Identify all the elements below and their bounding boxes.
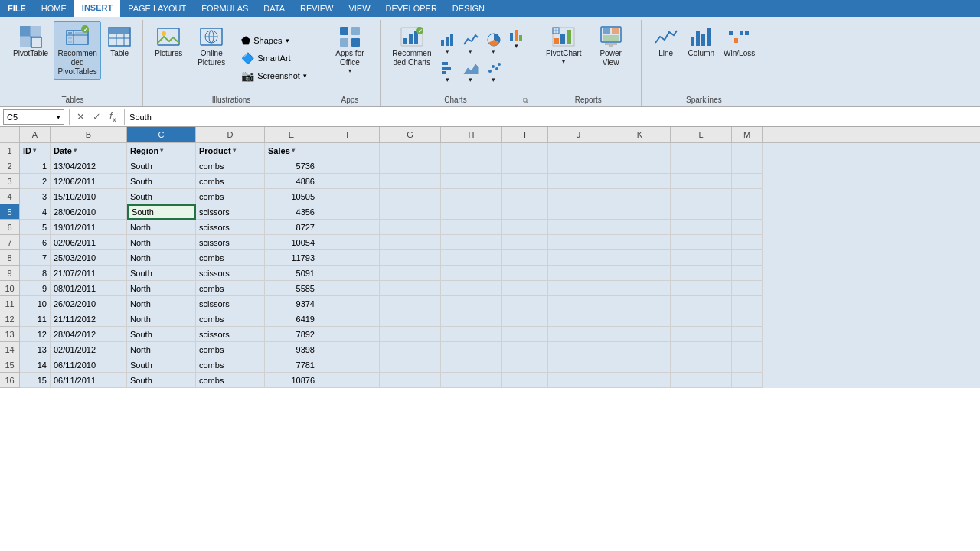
cell-m6[interactable]: [732, 220, 763, 235]
cell-l8[interactable]: [671, 250, 732, 266]
menu-developer[interactable]: DEVELOPER: [378, 0, 445, 17]
cell-m15[interactable]: [732, 357, 763, 373]
cell-m1[interactable]: [732, 143, 763, 158]
cell-d7[interactable]: scissors: [196, 235, 265, 250]
cell-l16[interactable]: [671, 373, 732, 388]
cell-d4[interactable]: combs: [196, 189, 265, 204]
cell-l4[interactable]: [671, 189, 732, 204]
cell-k3[interactable]: [609, 174, 671, 189]
cell-b7[interactable]: 02/06/2011: [51, 235, 127, 250]
cell-k9[interactable]: [609, 266, 671, 281]
cell-e7[interactable]: 10054: [265, 235, 318, 250]
cell-a13[interactable]: 12: [20, 327, 51, 342]
cell-d9[interactable]: scissors: [196, 266, 265, 281]
cell-c2[interactable]: South: [127, 158, 196, 174]
cell-g13[interactable]: [380, 327, 441, 342]
cell-l13[interactable]: [671, 327, 732, 342]
cell-e3[interactable]: 4886: [265, 174, 318, 189]
cell-i13[interactable]: [502, 327, 548, 342]
cell-a3[interactable]: 2: [20, 174, 51, 189]
cell-f7[interactable]: [318, 235, 380, 250]
cell-e12[interactable]: 6419: [265, 311, 318, 327]
cell-g3[interactable]: [380, 174, 441, 189]
pictures-button[interactable]: Pictures: [151, 21, 186, 61]
cell-a7[interactable]: 6: [20, 235, 51, 250]
cell-j2[interactable]: [548, 158, 609, 174]
bar-chart-button[interactable]: ▾: [437, 58, 459, 86]
cell-m2[interactable]: [732, 158, 763, 174]
cell-h8[interactable]: [441, 250, 502, 266]
cell-b2[interactable]: 13/04/2012: [51, 158, 127, 174]
cell-e8[interactable]: 11793: [265, 250, 318, 266]
cell-h2[interactable]: [441, 158, 502, 174]
shapes-button[interactable]: ⬟ Shapes ▾: [237, 32, 312, 49]
menu-home[interactable]: HOME: [34, 0, 74, 17]
row-header-10[interactable]: 10: [0, 281, 20, 296]
cell-i5[interactable]: [502, 204, 548, 220]
cell-h15[interactable]: [441, 357, 502, 373]
cell-l3[interactable]: [671, 174, 732, 189]
power-view-button[interactable]: Power View: [587, 21, 635, 70]
cell-i14[interactable]: [502, 342, 548, 357]
col-header-b[interactable]: B: [51, 127, 127, 142]
cell-i2[interactable]: [502, 158, 548, 174]
cell-c11[interactable]: North: [127, 296, 196, 311]
smartart-button[interactable]: 🔷 SmartArt: [237, 50, 312, 67]
cell-j9[interactable]: [548, 266, 609, 281]
cell-h7[interactable]: [441, 235, 502, 250]
cell-d2[interactable]: combs: [196, 158, 265, 174]
menu-insert[interactable]: INSERT: [74, 0, 120, 17]
filter-b1-icon[interactable]: ▾: [74, 147, 77, 154]
recommended-pivottables-button[interactable]: ✓ Recommended PivotTables: [54, 21, 101, 80]
cell-f9[interactable]: [318, 266, 380, 281]
menu-review[interactable]: REVIEW: [292, 0, 341, 17]
cell-k12[interactable]: [609, 311, 671, 327]
apps-for-office-button[interactable]: Apps for Office ▾: [326, 21, 374, 77]
cell-l12[interactable]: [671, 311, 732, 327]
cell-c12[interactable]: North: [127, 311, 196, 327]
pivot-table-button[interactable]: PivotTable: [9, 21, 52, 61]
cell-d6[interactable]: scissors: [196, 220, 265, 235]
cell-j10[interactable]: [548, 281, 609, 296]
line-chart-button[interactable]: ▾: [460, 30, 482, 57]
column-sparkline-button[interactable]: Column: [684, 21, 718, 61]
cell-h3[interactable]: [441, 174, 502, 189]
cell-h1[interactable]: [441, 143, 502, 158]
name-box-arrow[interactable]: ▾: [57, 113, 60, 121]
cell-k11[interactable]: [609, 296, 671, 311]
cell-d1[interactable]: Product ▾: [196, 143, 265, 158]
cell-k7[interactable]: [609, 235, 671, 250]
cell-c9[interactable]: South: [127, 266, 196, 281]
cell-j12[interactable]: [548, 311, 609, 327]
cell-m7[interactable]: [732, 235, 763, 250]
cell-c6[interactable]: North: [127, 220, 196, 235]
cell-g5[interactable]: [380, 204, 441, 220]
cell-d10[interactable]: combs: [196, 281, 265, 296]
row-header-3[interactable]: 3: [0, 174, 20, 189]
cell-f14[interactable]: [318, 342, 380, 357]
cell-i10[interactable]: [502, 281, 548, 296]
col-header-k[interactable]: K: [609, 127, 671, 142]
cell-m16[interactable]: [732, 373, 763, 388]
col-header-e[interactable]: E: [265, 127, 318, 142]
cell-c7[interactable]: North: [127, 235, 196, 250]
cell-f11[interactable]: [318, 296, 380, 311]
cell-j11[interactable]: [548, 296, 609, 311]
cell-c3[interactable]: South: [127, 174, 196, 189]
cell-j1[interactable]: [548, 143, 609, 158]
cell-l7[interactable]: [671, 235, 732, 250]
cell-i4[interactable]: [502, 189, 548, 204]
confirm-formula-button[interactable]: ✓: [90, 111, 103, 122]
cell-e15[interactable]: 7781: [265, 357, 318, 373]
cell-f2[interactable]: [318, 158, 380, 174]
cell-e14[interactable]: 9398: [265, 342, 318, 357]
cell-d5[interactable]: scissors: [196, 204, 265, 220]
formula-input[interactable]: [129, 109, 977, 125]
cell-m10[interactable]: [732, 281, 763, 296]
cell-d15[interactable]: combs: [196, 357, 265, 373]
col-header-m[interactable]: M: [732, 127, 763, 142]
cell-g10[interactable]: [380, 281, 441, 296]
cell-c10[interactable]: North: [127, 281, 196, 296]
row-header-8[interactable]: 8: [0, 250, 20, 266]
cell-e6[interactable]: 8727: [265, 220, 318, 235]
